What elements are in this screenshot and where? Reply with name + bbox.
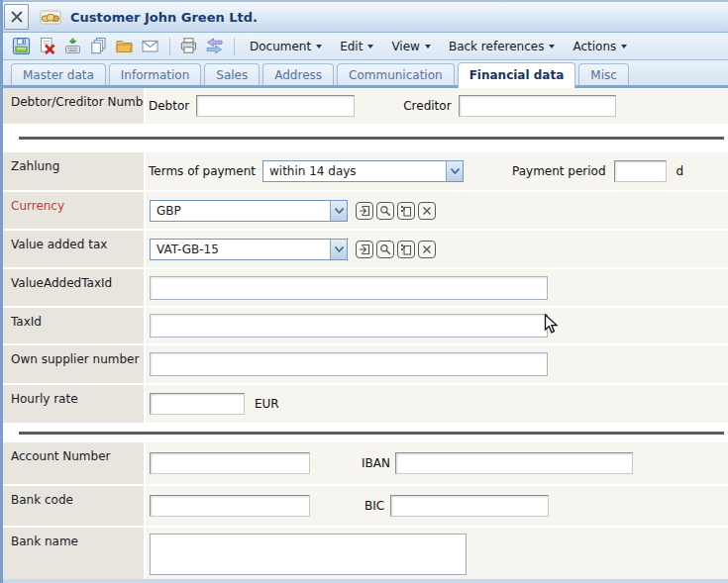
search-icon [379, 205, 391, 217]
print-icon [179, 37, 198, 55]
close-icon [10, 10, 24, 24]
tab-information[interactable]: Information [109, 63, 201, 85]
jump-icon [359, 243, 370, 255]
insert-button[interactable] [60, 35, 84, 58]
menu-back-references[interactable]: Back references [449, 40, 556, 53]
row-label: Currency [3, 192, 144, 229]
tax-id-input[interactable] [150, 314, 548, 338]
bank-name-textarea[interactable] [150, 534, 467, 575]
currency-row: Currency GBP [3, 192, 728, 229]
menu-view[interactable]: View [391, 40, 430, 53]
handshake-icon [40, 8, 61, 26]
iban-label: IBAN [362, 456, 390, 470]
own-supplier-number-row: Own supplier number [3, 345, 728, 383]
combobox-value: within 14 days [263, 161, 446, 181]
combobox-value: GBP [151, 201, 330, 221]
currency-paste-button[interactable] [397, 202, 415, 220]
menu-label: Back references [449, 40, 545, 53]
print-button[interactable] [176, 35, 200, 58]
vat-combobox[interactable]: VAT-GB-15 [150, 239, 348, 260]
own-supplier-number-input[interactable] [150, 352, 548, 376]
mail-icon [141, 37, 159, 55]
menu-edit[interactable]: Edit [340, 40, 373, 53]
toolbar-separator [234, 38, 235, 55]
terms-of-payment-combobox[interactable]: within 14 days [262, 160, 464, 182]
currency-combobox[interactable]: GBP [150, 200, 348, 222]
hourly-rate-input[interactable] [150, 393, 245, 415]
copy-icon [89, 37, 108, 55]
tab-address[interactable]: Address [262, 63, 334, 85]
tab-sales[interactable]: Sales [204, 63, 260, 85]
chevron-down-icon [330, 240, 347, 259]
row-label: Account Number [3, 442, 144, 484]
tab-financial-data[interactable]: Financial data [458, 62, 576, 88]
vat-id-row: ValueAddedTaxId [3, 269, 728, 306]
tab-misc[interactable]: Misc [578, 63, 629, 85]
bank-code-input[interactable] [150, 495, 310, 517]
row-label: Value added tax [3, 231, 144, 267]
menu-caret-icon [316, 45, 322, 49]
menu-document[interactable]: Document [250, 40, 322, 53]
row-label: Debtor/Creditor Number [3, 88, 144, 124]
row-label: Hourly rate [3, 385, 144, 423]
vat-paste-button[interactable] [397, 241, 415, 258]
menu-label: Document [250, 40, 311, 53]
save-icon [12, 37, 31, 55]
tab-master-data[interactable]: Master data [11, 63, 106, 85]
payment-period-unit: d [676, 164, 684, 178]
window-title: Customer John Green Ltd. [70, 10, 258, 25]
mail-button[interactable] [138, 35, 161, 58]
tab-communication[interactable]: Communication [337, 63, 455, 85]
section-separator [3, 425, 728, 442]
hourly-rate-unit: EUR [255, 397, 279, 411]
row-label: ValueAddedTaxId [3, 269, 144, 306]
menu-caret-icon [425, 45, 431, 49]
save-button[interactable] [9, 35, 33, 58]
payment-period-label: Payment period [512, 164, 606, 178]
debtor-input[interactable] [196, 95, 355, 117]
creditor-label: Creditor [403, 99, 451, 113]
menu-label: Actions [572, 40, 616, 53]
copy-button[interactable] [86, 35, 110, 58]
title-bar: Customer John Green Ltd. [3, 2, 728, 33]
vat-row: Value added tax VAT-GB-15 [3, 231, 728, 267]
currency-open-button[interactable] [356, 202, 373, 220]
bank-name-row: Bank name [3, 528, 728, 579]
chevron-down-icon [446, 161, 463, 181]
row-label: Bank name [3, 528, 144, 579]
clear-x-icon [421, 205, 433, 217]
menu-caret-icon [621, 45, 627, 49]
currency-clear-button[interactable] [418, 202, 436, 220]
row-label: TaxId [3, 308, 144, 343]
iban-input[interactable] [395, 452, 633, 474]
close-button[interactable] [4, 4, 29, 30]
menu-actions[interactable]: Actions [572, 40, 627, 53]
debtor-label: Debtor [149, 99, 189, 113]
menu-label: Edit [340, 40, 363, 53]
hourly-rate-row: Hourly rate EUR [3, 385, 728, 423]
menu-caret-icon [367, 45, 373, 49]
toolbar: Document Edit View Back references Actio… [3, 33, 728, 60]
vat-clear-button[interactable] [418, 241, 436, 258]
bic-input[interactable] [390, 495, 549, 517]
payment-period-input[interactable] [614, 160, 667, 182]
keyboard-insert-icon [63, 37, 82, 55]
account-number-input[interactable] [150, 452, 310, 474]
navigate-button[interactable] [202, 35, 226, 58]
vat-search-button[interactable] [376, 241, 394, 258]
paste-icon [400, 243, 412, 255]
vat-id-input[interactable] [150, 276, 548, 300]
vat-open-button[interactable] [356, 241, 373, 258]
folder-button[interactable] [112, 35, 136, 58]
delete-button[interactable] [35, 35, 58, 58]
bic-label: BIC [364, 499, 384, 513]
jump-icon [359, 205, 370, 217]
folder-icon [115, 37, 134, 55]
tax-id-row: TaxId [3, 308, 728, 343]
menu-caret-icon [549, 45, 555, 49]
row-label: Bank code [3, 486, 144, 526]
currency-search-button[interactable] [376, 202, 394, 220]
creditor-input[interactable] [459, 95, 616, 117]
debtor-creditor-row: Debtor/Creditor Number Debtor Creditor [3, 88, 728, 124]
swap-arrows-icon [205, 37, 224, 55]
